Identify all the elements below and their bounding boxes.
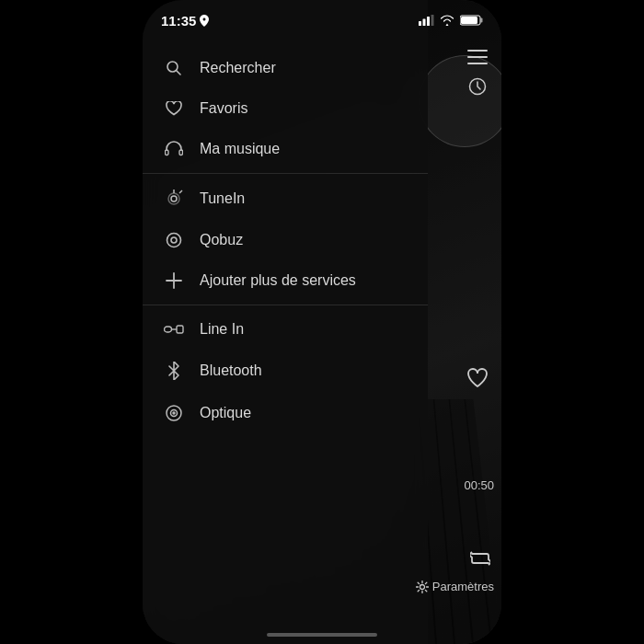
separator-1 [143, 173, 428, 174]
favorite-button[interactable] [466, 368, 489, 392]
svg-rect-0 [419, 21, 421, 26]
battery-icon [460, 15, 483, 26]
menu-item-ma-musique[interactable]: Ma musique [143, 129, 428, 169]
status-bar: 11:35 [143, 0, 501, 40]
menu-item-linein[interactable]: Line In [143, 309, 428, 350]
svg-rect-9 [467, 63, 488, 64]
menu-label-optique: Optique [200, 405, 251, 421]
heart-icon [161, 101, 187, 116]
menu-item-optique[interactable]: Optique [143, 392, 428, 434]
linein-icon [161, 324, 187, 335]
menu-item-qobuz[interactable]: Qobuz [143, 220, 428, 260]
optique-icon [161, 404, 187, 422]
menu-item-search[interactable]: Rechercher [143, 48, 428, 88]
svg-rect-3 [431, 15, 434, 26]
search-icon [161, 60, 187, 76]
menu-items-list: Rechercher Favoris [143, 40, 428, 644]
menu-label-qobuz: Qobuz [200, 232, 243, 248]
repeat-button[interactable] [470, 550, 490, 570]
location-icon [200, 15, 209, 27]
bluetooth-icon [161, 362, 187, 380]
plus-icon [161, 272, 187, 289]
right-controls [454, 40, 501, 96]
wifi-icon [440, 15, 454, 26]
separator-2 [143, 305, 428, 305]
menu-label-tunein: TuneIn [200, 190, 245, 207]
menu-item-bluetooth[interactable]: Bluetooth [143, 350, 428, 392]
svg-point-18 [167, 234, 181, 247]
svg-rect-2 [427, 17, 430, 26]
gear-icon [416, 581, 429, 593]
timer-value: 00:50 [464, 478, 494, 492]
svg-point-19 [171, 237, 177, 243]
svg-line-17 [179, 190, 182, 193]
svg-rect-24 [177, 326, 183, 333]
svg-rect-8 [467, 56, 488, 58]
svg-rect-1 [423, 19, 426, 27]
svg-rect-22 [165, 327, 172, 332]
tunein-icon [161, 190, 187, 208]
menu-panel: Rechercher Favoris [143, 0, 428, 644]
menu-label-ma-musique: Ma musique [200, 141, 280, 157]
menu-label-linein: Line In [200, 321, 244, 338]
svg-point-14 [171, 196, 177, 201]
parametres-button[interactable]: Paramètres [416, 580, 494, 593]
menu-label-search: Rechercher [200, 60, 276, 76]
menu-item-favoris[interactable]: Favoris [143, 88, 428, 129]
headphones-icon [161, 141, 187, 157]
menu-label-ajouter: Ajouter plus de services [200, 272, 356, 289]
hamburger-menu-icon[interactable] [467, 50, 488, 64]
svg-point-27 [173, 412, 175, 414]
menu-label-bluetooth: Bluetooth [200, 362, 262, 379]
clock-icon[interactable] [468, 77, 487, 96]
qobuz-icon [161, 232, 187, 248]
parametres-label: Paramètres [432, 580, 494, 593]
menu-item-ajouter[interactable]: Ajouter plus de services [143, 260, 428, 301]
menu-item-tunein[interactable]: TuneIn [143, 178, 428, 220]
svg-point-28 [420, 584, 424, 589]
timer-display: 00:50 [464, 478, 494, 492]
time-display: 11:35 [161, 13, 196, 29]
svg-rect-7 [467, 50, 488, 52]
signal-icon [419, 15, 434, 26]
svg-rect-5 [481, 18, 483, 23]
menu-label-favoris: Favoris [200, 100, 247, 117]
svg-point-15 [168, 193, 179, 204]
svg-rect-6 [461, 17, 477, 24]
home-indicator [267, 633, 377, 637]
status-time: 11:35 [161, 13, 209, 29]
status-icons [419, 15, 483, 26]
